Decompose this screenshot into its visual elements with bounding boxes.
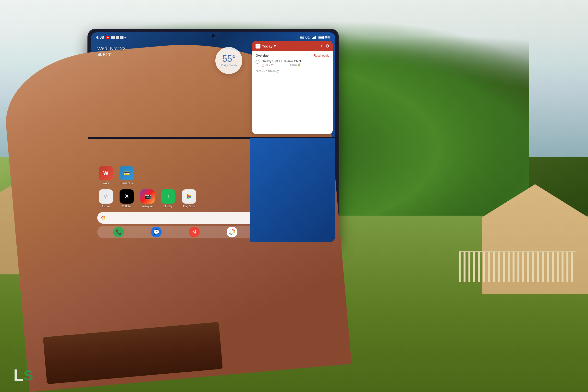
- app-play-store[interactable]: Play Store: [180, 190, 198, 208]
- bottom-right-panel: [250, 138, 335, 242]
- weather-icon: ☁️: [97, 52, 102, 57]
- play-store-icon: [182, 190, 196, 204]
- instagram-icon: 📷: [140, 190, 154, 204]
- app-spotify[interactable]: ♪ Spotify: [160, 190, 177, 208]
- app-payments[interactable]: 💳 Payments: [118, 166, 135, 184]
- payments-label: Payments: [121, 182, 133, 184]
- dock-messages[interactable]: 💬: [151, 226, 162, 238]
- widget-add-button[interactable]: +: [320, 43, 323, 49]
- app-x-alpha[interactable]: ✕ X Alpha: [118, 190, 135, 208]
- spotify-icon: ♪: [161, 190, 176, 204]
- dock-gmail[interactable]: M: [189, 226, 200, 238]
- status-icon-3: [120, 36, 124, 39]
- temperature-circle: 55° Partly Cloudy: [215, 47, 242, 74]
- battery-percent: 98%: [324, 36, 330, 39]
- widget-body: Overdue Reschedule Galaxy S23 FE review …: [252, 51, 333, 75]
- task-badge: Inbox 🔒: [290, 63, 301, 66]
- date-section: Nov 21 • Tuesday: [256, 69, 329, 72]
- play-store-label: Play Store: [183, 205, 196, 208]
- front-camera: [212, 34, 214, 37]
- youtube-icon: [106, 36, 110, 39]
- photos-label: Photos: [102, 205, 110, 208]
- signal-bars: [312, 36, 316, 39]
- overdue-label: Overdue: [256, 54, 268, 57]
- status-bar: 4:08 5G UC: [91, 32, 335, 43]
- x-icon: ✕: [120, 190, 134, 204]
- widget-title-text: Today: [262, 44, 272, 48]
- work-icon: W: [99, 166, 113, 180]
- status-dot: [124, 37, 126, 38]
- fence-background: [459, 251, 576, 282]
- widget-actions: + ⚙: [320, 43, 329, 49]
- status-icon-1: [111, 36, 115, 39]
- task-checkbox[interactable]: [256, 60, 260, 64]
- payments-icon: 💳: [120, 166, 134, 180]
- reschedule-button[interactable]: Reschedule: [314, 54, 329, 57]
- date-weather-section: Wed, Nov 22 ☁️ 54°F: [97, 46, 126, 57]
- right-panel-top: T Today ▾ + ⚙ Overdue Resch: [250, 32, 335, 136]
- status-left: 4:08: [96, 35, 126, 40]
- task-date-text: Nov 20: [266, 64, 274, 67]
- watermark: L S: [14, 367, 33, 384]
- photos-icon: [99, 190, 113, 204]
- dock-chrome[interactable]: [226, 226, 238, 238]
- battery-indicator: 98%: [318, 36, 330, 39]
- todoist-icon: T: [256, 44, 260, 48]
- watermark-s: S: [24, 367, 33, 384]
- today-widget: T Today ▾ + ⚙ Overdue Resch: [252, 41, 333, 134]
- app-work[interactable]: W Work: [97, 166, 114, 184]
- overdue-header: Overdue Reschedule: [256, 54, 329, 57]
- temperature-display: 54°F: [103, 53, 112, 57]
- x-label: X Alpha: [122, 205, 131, 208]
- svg-point-2: [231, 231, 233, 233]
- widget-title: T Today ▾: [256, 44, 276, 48]
- task-date: 📋 Nov 20: [262, 64, 274, 67]
- status-right: 5G UC 98%: [300, 36, 330, 40]
- spotify-label: Spotify: [164, 205, 172, 208]
- task-item-1: Galaxy S23 FE review CNN 📋 Nov 20 Inbox …: [256, 59, 329, 67]
- widget-chevron: ▾: [274, 44, 276, 48]
- status-icon-2: [116, 36, 119, 39]
- work-label: Work: [103, 182, 109, 184]
- dock-phone[interactable]: 📞: [113, 226, 124, 238]
- instagram-label: Instagram: [142, 205, 154, 208]
- date-display: Wed, Nov 22: [97, 46, 126, 52]
- status-time: 4:08: [96, 35, 104, 40]
- task-content: Galaxy S23 FE review CNN 📋 Nov 20 Inbox …: [262, 59, 300, 67]
- weather-display: ☁️ 54°F: [97, 52, 126, 57]
- status-icons: [106, 36, 126, 39]
- weather-condition: Partly Cloudy: [221, 64, 237, 67]
- widget-settings-button[interactable]: ⚙: [325, 43, 329, 49]
- watermark-l: L: [14, 367, 24, 384]
- temperature-large: 55°: [222, 54, 236, 63]
- app-instagram[interactable]: 📷 Instagram: [139, 190, 156, 208]
- task-title: Galaxy S23 FE review CNN: [262, 59, 300, 63]
- network-label: 5G UC: [300, 36, 310, 40]
- task-date-icon: 📋: [262, 64, 265, 67]
- app-photos[interactable]: Photos: [97, 190, 114, 208]
- google-g-logo: G: [101, 214, 105, 221]
- app-grid: W Work 💳 Payments: [97, 166, 198, 208]
